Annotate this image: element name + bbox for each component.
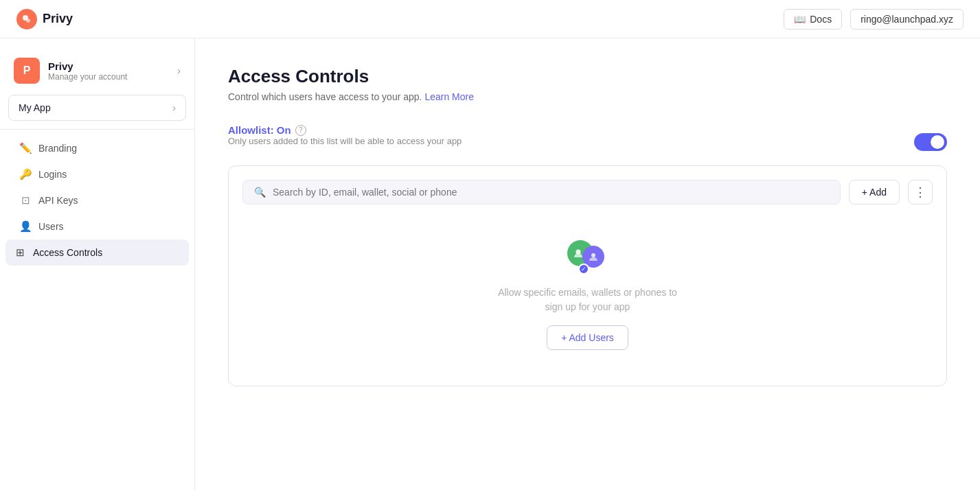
access-controls-icon: ⊞	[14, 246, 26, 259]
app-selector-label: My App	[19, 102, 51, 113]
search-input[interactable]	[273, 187, 829, 198]
app-selector[interactable]: My App ›	[8, 95, 186, 121]
logins-icon: 🔑	[19, 168, 32, 180]
topbar: Privy 📖 Docs ringo@launchpad.xyz	[0, 0, 980, 38]
allowlist-toggle[interactable]	[914, 133, 947, 151]
users-icon: 👤	[19, 220, 32, 233]
search-icon: 🔍	[254, 187, 266, 198]
layout: P Privy Manage your account › My App › ✏…	[0, 38, 980, 490]
api-keys-icon: ⊡	[19, 194, 32, 207]
docs-button[interactable]: 📖 Docs	[784, 9, 842, 30]
check-badge: ✓	[578, 264, 589, 275]
empty-text: Allow specific emails, wallets or phones…	[498, 285, 677, 314]
allowlist-description: Only users added to this list will be ab…	[228, 136, 461, 146]
sidebar-item-label: Access Controls	[33, 247, 102, 258]
allowlist-card: 🔍 + Add ⋮	[228, 165, 947, 386]
account-chevron-icon: ›	[177, 65, 181, 76]
account-name: Privy	[48, 60, 127, 72]
sidebar-item-api-keys[interactable]: ⊡ API Keys	[5, 187, 189, 213]
more-options-button[interactable]: ⋮	[908, 180, 933, 205]
docs-label: Docs	[810, 14, 832, 25]
learn-more-link[interactable]: Learn More	[424, 91, 474, 102]
sidebar-item-access-controls[interactable]: ⊞ Access Controls	[5, 240, 189, 266]
empty-state: ✓ Allow specific emails, wallets or phon…	[242, 226, 933, 372]
allowlist-help-icon[interactable]: ?	[295, 125, 306, 136]
app-selector-chevron-icon: ›	[172, 102, 176, 113]
account-selector[interactable]: P Privy Manage your account ›	[0, 49, 194, 95]
sidebar-item-label: Branding	[38, 143, 77, 154]
allowlist-section: Allowlist: On ? Only users added to this…	[228, 124, 947, 386]
user-email-badge[interactable]: ringo@launchpad.xyz	[850, 9, 964, 30]
search-row: 🔍 + Add ⋮	[242, 180, 933, 205]
logo-icon	[16, 9, 37, 30]
sidebar-item-label: Logins	[38, 169, 67, 180]
book-icon: 📖	[794, 14, 806, 25]
toggle-knob	[931, 135, 944, 149]
logo-text: Privy	[43, 12, 73, 26]
empty-illustration: ✓	[567, 240, 608, 275]
sidebar-item-label: API Keys	[38, 195, 78, 206]
account-subtitle: Manage your account	[48, 72, 127, 82]
sidebar: P Privy Manage your account › My App › ✏…	[0, 38, 195, 490]
sidebar-item-logins[interactable]: 🔑 Logins	[5, 161, 189, 187]
search-box: 🔍	[242, 180, 841, 205]
add-users-button[interactable]: + Add Users	[547, 325, 628, 350]
svg-point-1	[26, 19, 30, 23]
sidebar-item-users[interactable]: 👤 Users	[5, 213, 189, 240]
svg-point-3	[591, 253, 595, 257]
page-title: Access Controls	[228, 66, 947, 87]
account-avatar: P	[14, 58, 40, 84]
sidebar-divider	[0, 129, 194, 130]
sidebar-item-label: Users	[38, 221, 64, 232]
allowlist-header: Allowlist: On ? Only users added to this…	[228, 124, 947, 160]
add-button[interactable]: + Add	[849, 180, 900, 205]
logo: Privy	[16, 9, 73, 30]
branding-icon: ✏️	[19, 142, 32, 154]
main-content: Access Controls Control which users have…	[195, 38, 980, 490]
topbar-right: 📖 Docs ringo@launchpad.xyz	[784, 9, 964, 30]
sidebar-item-branding[interactable]: ✏️ Branding	[5, 135, 189, 161]
allowlist-title: Allowlist: On	[228, 124, 291, 136]
page-subtitle: Control which users have access to your …	[228, 91, 947, 102]
